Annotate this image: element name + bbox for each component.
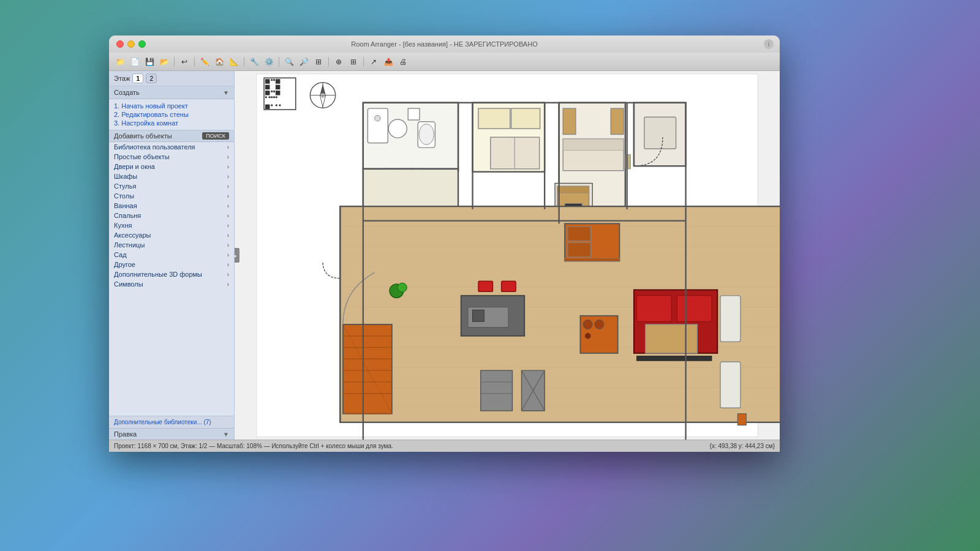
stairs-item[interactable]: Лестницы ›	[109, 240, 234, 250]
tools-icon[interactable]: 🔧	[248, 56, 260, 68]
separator-5	[328, 57, 329, 67]
svg-rect-99	[565, 258, 619, 261]
svg-rect-111	[481, 370, 513, 411]
svg-rect-117	[737, 414, 746, 425]
svg-rect-20	[279, 105, 281, 107]
create-section-header[interactable]: Создать ▼	[109, 86, 234, 99]
stairs-arrow: ›	[227, 242, 229, 249]
status-left: Проект: 1168 × 700 см, Этаж: 1/2 — Масшт…	[114, 443, 393, 449]
svg-rect-2	[265, 79, 270, 84]
svg-rect-54	[511, 108, 540, 129]
other-item[interactable]: Другое ›	[109, 260, 234, 269]
separator-3	[244, 57, 244, 67]
edit-walls-item[interactable]: 2. Редактировать стены	[114, 110, 229, 119]
settings-icon[interactable]: ⚙️	[263, 56, 275, 68]
zoom-in-icon[interactable]: 🔎	[298, 56, 310, 68]
svg-rect-14	[271, 96, 273, 98]
create-label: Создать	[114, 89, 140, 96]
draw-icon[interactable]: ✏️	[198, 56, 211, 68]
zoom-fit-icon[interactable]: ⊞	[312, 56, 325, 68]
floor-tab-2[interactable]: 2	[146, 73, 157, 83]
separator-4	[279, 57, 279, 67]
close-button[interactable]	[116, 40, 124, 48]
svg-rect-61	[563, 139, 624, 151]
share-icon[interactable]: 📤	[382, 56, 394, 68]
doors-windows-item[interactable]: Двери и окна ›	[109, 162, 234, 171]
chairs-arrow: ›	[227, 183, 229, 190]
separator-1	[174, 57, 175, 67]
new-file-icon[interactable]: 📄	[129, 56, 141, 68]
new-project-item[interactable]: 1. Начать новый проект	[114, 102, 229, 110]
bathroom-item[interactable]: Ванная ›	[109, 201, 234, 211]
sidebar: Этаж 1 2 Создать ▼ 1. Начать новый проек…	[109, 71, 235, 440]
svg-rect-6	[265, 85, 270, 90]
undo-icon[interactable]: ↩	[178, 56, 190, 68]
svg-point-90	[398, 283, 407, 292]
tables-item[interactable]: Столы ›	[109, 191, 234, 201]
bedroom-arrow: ›	[227, 212, 229, 219]
svg-rect-3	[271, 79, 273, 81]
view3d-icon[interactable]: 🏠	[213, 56, 225, 68]
simple-objects-item[interactable]: Простые объекты ›	[109, 152, 234, 162]
svg-rect-5	[276, 79, 281, 84]
separator-6	[363, 57, 364, 67]
sidebar-footer: Дополнительные библиотеки... (7) Правка …	[109, 416, 234, 440]
additional-libs[interactable]: Дополнительные библиотеки... (7)	[109, 416, 234, 428]
floor-tabs: Этаж 1 2	[109, 71, 234, 86]
object-list: Библиотека пользователя › Простые объект…	[109, 142, 234, 416]
bedroom-item[interactable]: Спальня ›	[109, 211, 234, 220]
svg-rect-93	[473, 310, 484, 321]
svg-rect-64	[644, 117, 676, 149]
svg-rect-27	[368, 108, 388, 143]
accessories-item[interactable]: Аксессуары ›	[109, 230, 234, 240]
status-right: {x: 493,38 y: 444,23 см}	[710, 443, 775, 449]
save-icon[interactable]: 💾	[143, 56, 156, 68]
svg-rect-106	[720, 362, 741, 408]
grid-icon[interactable]: ⊞	[347, 56, 360, 68]
svg-rect-9	[271, 91, 273, 92]
traffic-lights	[109, 40, 146, 48]
floor-plan-svg	[235, 71, 780, 440]
svg-rect-13	[269, 96, 271, 98]
wardrobes-item[interactable]: Шкафы ›	[109, 171, 234, 181]
kitchen-item[interactable]: Кухня ›	[109, 220, 234, 230]
folder-icon[interactable]: 📂	[158, 56, 170, 68]
print-icon[interactable]: 🖨	[397, 56, 409, 68]
window-title: Room Arranger - [без названия] - НЕ ЗАРЕ…	[351, 40, 537, 48]
minimize-button[interactable]	[127, 40, 135, 48]
info-button[interactable]: i	[764, 39, 774, 49]
canvas-area[interactable]: ▶	[235, 71, 780, 440]
svg-rect-19	[276, 105, 277, 107]
room-settings-item[interactable]: 3. Настройка комнат	[114, 119, 229, 127]
garden-arrow: ›	[227, 252, 229, 258]
zoom-out-icon[interactable]: 🔍	[283, 56, 295, 68]
floor-tab-1[interactable]: 1	[132, 73, 143, 83]
layers-icon[interactable]: ⊕	[333, 56, 345, 68]
add-objects-label: Добавить объекты	[114, 132, 172, 140]
svg-rect-105	[720, 296, 741, 342]
wardrobes-arrow: ›	[227, 173, 229, 180]
svg-rect-53	[478, 108, 510, 129]
measure-icon[interactable]: 📐	[228, 56, 240, 68]
floor-label: Этаж	[114, 75, 130, 82]
bathroom-arrow: ›	[227, 203, 229, 209]
svg-rect-17	[265, 105, 270, 110]
maximize-button[interactable]	[138, 40, 146, 48]
svg-rect-101	[637, 296, 671, 321]
export-icon[interactable]: ↗	[368, 56, 380, 68]
3d-shapes-item[interactable]: Дополнительные 3D формы ›	[109, 269, 234, 279]
symbols-item[interactable]: Символы ›	[109, 279, 234, 289]
svg-rect-12	[265, 96, 267, 98]
open-folder-icon[interactable]: 📁	[114, 56, 126, 68]
garden-item[interactable]: Сад ›	[109, 250, 234, 260]
symbols-arrow: ›	[227, 281, 229, 288]
svg-point-108	[583, 320, 592, 329]
simple-arrow: ›	[227, 154, 229, 160]
svg-rect-8	[265, 91, 270, 96]
svg-point-109	[595, 320, 604, 329]
separator-2	[194, 57, 195, 67]
chairs-item[interactable]: Стулья ›	[109, 181, 234, 191]
library-user-item[interactable]: Библиотека пользователя ›	[109, 142, 234, 152]
search-button[interactable]: ПОИСК	[202, 132, 229, 140]
main-content: Этаж 1 2 Создать ▼ 1. Начать новый проек…	[109, 71, 780, 440]
